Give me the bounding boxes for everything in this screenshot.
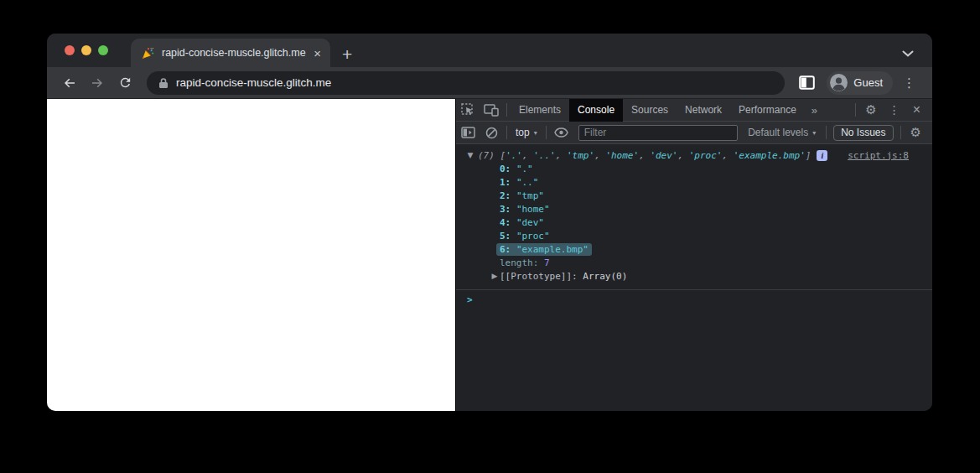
console-message: ▼ (7) [ '.', '..', 'tmp', 'home', 'dev',…: [456, 144, 932, 290]
devtools-settings-gear-icon[interactable]: ⚙: [859, 102, 882, 117]
new-tab-button[interactable]: +: [342, 45, 352, 63]
console-array-preview[interactable]: ▼ (7) [ '.', '..', 'tmp', 'home', 'dev',…: [456, 148, 932, 162]
console-array-entry: 2: "tmp": [456, 189, 932, 202]
clear-console-icon[interactable]: [480, 122, 503, 143]
live-expression-eye-icon[interactable]: [550, 122, 573, 143]
more-tabs-icon[interactable]: »: [805, 104, 824, 117]
prompt-chevron-icon: >: [467, 294, 473, 305]
divider: [826, 126, 827, 139]
forward-button-icon[interactable]: [86, 72, 108, 94]
window-controls: [65, 45, 108, 55]
tab-close-icon[interactable]: ×: [312, 47, 323, 60]
tab-strip: rapid-concise-muscle.glitch.me × +: [47, 34, 932, 67]
expand-caret-icon[interactable]: ▼: [463, 151, 478, 159]
tab-overview-chevron-icon[interactable]: [902, 50, 914, 57]
chevron-down-icon: ▾: [812, 129, 816, 137]
tab-console[interactable]: Console: [569, 99, 623, 122]
length-label: length:: [500, 257, 538, 268]
devtools-close-icon[interactable]: ×: [906, 102, 927, 117]
info-badge-icon[interactable]: i: [817, 150, 827, 161]
minimize-window-button[interactable]: [81, 45, 91, 55]
close-window-button[interactable]: [65, 45, 75, 55]
chevron-down-icon: ▾: [534, 129, 537, 137]
divider: [546, 126, 547, 139]
console-toolbar: top ▾ Default levels ▾ No Issues ⚙: [456, 122, 932, 144]
console-output: ▼ (7) [ '.', '..', 'tmp', 'home', 'dev',…: [456, 144, 932, 411]
close-bracket: ]: [806, 150, 811, 161]
prototype-label: [[Prototype]]:: [500, 271, 578, 282]
browser-toolbar: rapid-concise-muscle.glitch.me Guest ⋮: [47, 67, 932, 99]
reload-button-icon[interactable]: [114, 72, 136, 94]
back-button-icon[interactable]: [59, 72, 80, 94]
console-array-preview-items: '.', '..', 'tmp', 'home', 'dev', 'proc',…: [506, 150, 806, 161]
profile-button[interactable]: Guest: [827, 71, 893, 95]
devtools-tab-bar: Elements Console Sources Network Perform…: [456, 99, 932, 122]
context-selector-label: top: [516, 127, 530, 138]
tab-elements[interactable]: Elements: [511, 99, 569, 122]
open-bracket: [: [495, 150, 506, 161]
devtools-panel: Elements Console Sources Network Perform…: [455, 99, 932, 411]
console-array-entry: 1: "..": [456, 175, 932, 189]
log-levels-selector[interactable]: Default levels ▾: [741, 127, 822, 138]
console-array-entry: 4: "dev": [456, 216, 932, 229]
url-text: rapid-concise-muscle.glitch.me: [176, 76, 331, 89]
avatar-icon: [830, 74, 848, 91]
guest-label: Guest: [853, 76, 883, 89]
console-array-entry: 6: "example.bmp": [456, 242, 932, 256]
console-settings-gear-icon[interactable]: ⚙: [905, 125, 927, 140]
lock-icon: [158, 77, 169, 89]
collapse-caret-icon[interactable]: ▶: [490, 272, 500, 280]
divider: [506, 126, 507, 139]
divider: [855, 103, 856, 117]
divider: [506, 103, 507, 117]
length-value: 7: [544, 257, 550, 268]
browser-menu-kebab-icon[interactable]: ⋮: [898, 75, 920, 91]
address-bar[interactable]: rapid-concise-muscle.glitch.me: [147, 71, 785, 95]
divider: [900, 126, 901, 139]
devtools-menu-kebab-icon[interactable]: ⋮: [883, 103, 906, 117]
no-issues-button[interactable]: No Issues: [833, 125, 893, 141]
prototype-row[interactable]: ▶ [[Prototype]]: Array(0): [456, 269, 932, 283]
console-array-entry: 5: "proc": [456, 229, 932, 242]
party-popper-favicon-icon: [142, 47, 154, 60]
log-levels-label: Default levels: [748, 127, 808, 138]
array-length-row: length: 7: [456, 256, 932, 269]
console-array-entry: 0: ".": [456, 162, 932, 175]
browser-window: rapid-concise-muscle.glitch.me × + rapid…: [47, 34, 932, 411]
page-viewport[interactable]: [47, 99, 455, 411]
zoom-window-button[interactable]: [98, 45, 108, 55]
browser-tab[interactable]: rapid-concise-muscle.glitch.me ×: [131, 39, 330, 67]
tab-sources[interactable]: Sources: [623, 99, 677, 122]
inspect-element-icon[interactable]: [456, 99, 480, 121]
tab-title: rapid-concise-muscle.glitch.me: [162, 47, 309, 59]
console-array-entry: 3: "home": [456, 202, 932, 216]
console-sidebar-icon[interactable]: [456, 122, 480, 143]
content-area: Elements Console Sources Network Perform…: [47, 99, 932, 411]
tab-network[interactable]: Network: [677, 99, 730, 122]
side-panel-icon[interactable]: [795, 71, 818, 95]
context-selector[interactable]: top ▾: [511, 127, 542, 138]
prototype-value: Array(0): [583, 271, 627, 282]
device-toolbar-icon[interactable]: [480, 99, 503, 121]
console-array-entries: 0: "."1: ".."2: "tmp"3: "home"4: "dev"5:…: [456, 162, 932, 256]
array-count: (7): [478, 150, 495, 161]
source-link[interactable]: script.js:8: [848, 150, 909, 161]
tab-performance[interactable]: Performance: [730, 99, 805, 122]
console-prompt[interactable]: >: [456, 290, 932, 309]
filter-input[interactable]: [578, 125, 738, 141]
